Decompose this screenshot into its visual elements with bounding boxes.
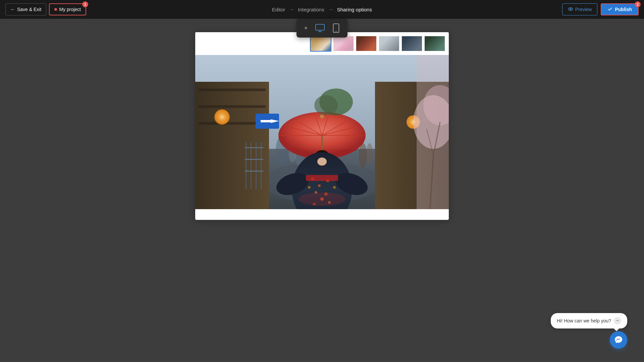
svg-point-0 xyxy=(568,8,573,10)
nav-arrow-2: → xyxy=(328,7,333,12)
svg-point-55 xyxy=(308,186,311,189)
svg-rect-22 xyxy=(256,142,257,189)
svg-point-51 xyxy=(318,184,321,187)
svg-rect-21 xyxy=(251,142,252,189)
svg-point-56 xyxy=(333,186,336,189)
thumbnail-5[interactable] xyxy=(401,36,423,52)
nav-sharing-options[interactable]: Sharing options xyxy=(337,7,372,12)
project-name-button[interactable]: My project 1 xyxy=(49,3,86,15)
svg-point-66 xyxy=(314,95,338,115)
chevron-left-icon: ← xyxy=(10,7,15,12)
thumbnail-1[interactable] xyxy=(310,36,331,52)
close-icon: × xyxy=(304,25,307,31)
nav-integrations[interactable]: Integrations xyxy=(298,7,324,12)
svg-rect-11 xyxy=(199,88,266,91)
thumbnail-6[interactable] xyxy=(424,36,445,52)
svg-rect-62 xyxy=(306,175,338,181)
chat-open-button[interactable] xyxy=(610,331,627,349)
publish-badge: 2 xyxy=(635,1,641,7)
chat-message: Hi! How can we help you? xyxy=(557,318,611,323)
svg-point-1 xyxy=(570,8,571,10)
minus-icon: − xyxy=(616,318,619,323)
thumbnail-3[interactable] xyxy=(356,36,377,52)
publish-button[interactable]: Publish 2 xyxy=(601,3,639,15)
svg-rect-10 xyxy=(195,82,269,209)
unsaved-dot-icon xyxy=(54,8,57,11)
nav-arrow-1: → xyxy=(289,7,294,12)
project-name-label: My project xyxy=(59,7,81,12)
svg-point-63 xyxy=(317,158,327,166)
svg-rect-29 xyxy=(261,120,271,122)
save-exit-button[interactable]: ← Save & Exit xyxy=(5,3,46,15)
svg-rect-23 xyxy=(261,142,262,189)
main-image-area xyxy=(195,55,449,209)
publish-label: Publish xyxy=(615,7,632,12)
main-scene-image xyxy=(195,55,449,209)
desktop-icon xyxy=(315,23,325,33)
device-selector-popup: × xyxy=(297,19,347,38)
project-badge: 1 xyxy=(82,1,88,7)
svg-point-64 xyxy=(299,192,345,206)
save-exit-label: Save & Exit xyxy=(17,7,41,12)
thumbnail-2[interactable] xyxy=(333,36,354,52)
eye-icon xyxy=(568,6,573,13)
topbar-left: ← Save & Exit My project 1 xyxy=(5,3,86,15)
svg-point-6 xyxy=(336,31,337,32)
preview-label: Preview xyxy=(575,7,592,12)
messenger-icon xyxy=(614,336,623,344)
svg-rect-24 xyxy=(245,147,263,148)
svg-point-34 xyxy=(366,143,373,165)
topbar: ← Save & Exit My project 1 Editor → Inte… xyxy=(0,0,644,19)
chat-minimize-button[interactable]: − xyxy=(614,317,621,324)
close-device-popup-button[interactable]: × xyxy=(302,24,310,32)
main-area xyxy=(0,19,644,362)
nav-editor[interactable]: Editor xyxy=(272,7,285,12)
chat-help-bubble: Hi! How can we help you? − xyxy=(551,313,627,328)
thumbnail-4[interactable] xyxy=(378,36,400,52)
checkmark-icon xyxy=(607,6,613,13)
desktop-device-button[interactable] xyxy=(314,22,326,34)
svg-rect-12 xyxy=(199,105,266,108)
svg-rect-2 xyxy=(316,24,324,31)
svg-rect-20 xyxy=(246,142,247,189)
topbar-right: Preview Publish 2 xyxy=(562,3,639,15)
preview-button[interactable]: Preview xyxy=(562,3,598,15)
mobile-icon xyxy=(331,23,341,33)
topbar-center-nav: Editor → Integrations → Sharing options xyxy=(272,7,372,12)
svg-rect-26 xyxy=(245,171,263,172)
svg-rect-25 xyxy=(245,159,263,160)
canvas-container xyxy=(195,32,449,220)
mobile-device-button[interactable] xyxy=(330,22,342,34)
